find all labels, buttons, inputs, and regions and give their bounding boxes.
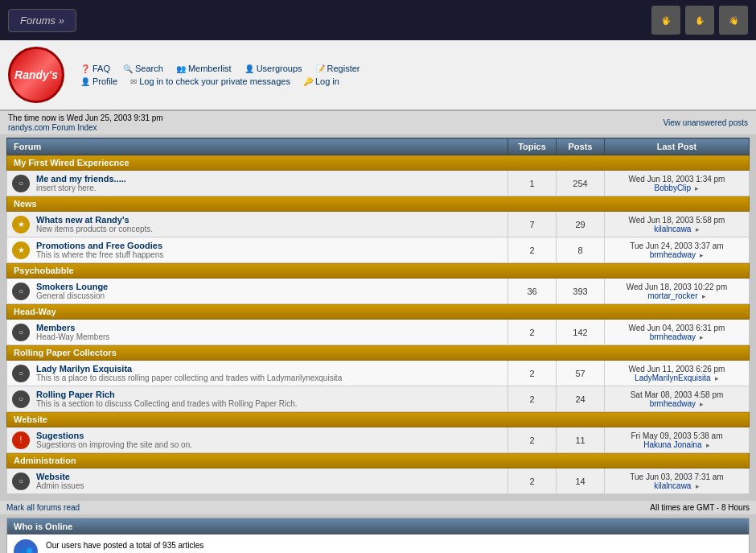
view-post-icon[interactable]: ▸: [693, 482, 700, 490]
category-name: News: [7, 196, 750, 212]
nav-profile[interactable]: 👤 Profile: [80, 76, 117, 86]
forum-title-link[interactable]: Promotions and Free Goodies: [36, 241, 162, 250]
forum-lastpost-cell: Tue Jun 24, 2003 3:37 am brmheadway ▸: [605, 237, 750, 263]
last-post-user-link[interactable]: BobbyClip: [655, 184, 692, 192]
profile-link[interactable]: Profile: [92, 76, 117, 86]
view-post-icon[interactable]: ▸: [693, 184, 700, 192]
forum-topics-cell: 2: [508, 468, 557, 494]
nav-search[interactable]: 🔍 Search: [123, 64, 163, 73]
nav-faq[interactable]: ❓ FAQ: [80, 64, 110, 73]
forum-lastpost-cell: Sat Mar 08, 2003 4:58 pm brmheadway ▸: [605, 386, 750, 412]
register-link[interactable]: Register: [327, 64, 360, 73]
forum-table: Forum Topics Posts Last Post My First Wi…: [6, 138, 750, 494]
pm-icon: ✉: [130, 77, 137, 86]
view-post-icon[interactable]: ▸: [693, 225, 700, 233]
nav-register[interactable]: 📝 Register: [315, 64, 360, 73]
forum-topics-cell: 2: [508, 427, 557, 453]
site-logo: Randy's: [8, 47, 64, 103]
who-online-title: Who is Online: [7, 518, 749, 534]
forum-title-link[interactable]: Lady Marilyn Exquisita: [36, 364, 132, 373]
nav-usergroups[interactable]: 👤 Usergroups: [244, 64, 302, 73]
main-content: Forum Topics Posts Last Post My First Wi…: [0, 134, 756, 501]
last-post-user-link[interactable]: brmheadway: [650, 332, 696, 341]
view-post-icon[interactable]: ▸: [704, 441, 710, 449]
register-icon: 📝: [315, 64, 325, 73]
view-post-icon[interactable]: ▸: [713, 374, 719, 382]
nav-memberlist[interactable]: 👥 Memberlist: [176, 64, 232, 73]
forum-posts-cell: 57: [557, 361, 605, 386]
last-post-user-link[interactable]: brmheadway: [650, 399, 696, 408]
forum-status-icon: !: [12, 431, 30, 449]
forum-title-link[interactable]: Rolling Paper Rich: [36, 390, 115, 399]
forum-topics-cell: 1: [508, 171, 557, 196]
view-post-icon[interactable]: ▸: [700, 292, 706, 300]
mark-read-link[interactable]: Mark all forums read: [6, 503, 80, 512]
table-row: ★ Promotions and Free Goodies This is wh…: [7, 237, 750, 263]
forum-info-cell: ★ Whats new at Randy's New items product…: [7, 212, 508, 237]
usergroups-link[interactable]: Usergroups: [257, 64, 302, 73]
faq-link[interactable]: FAQ: [92, 64, 110, 73]
forum-desc: Admin issues: [36, 481, 84, 490]
who-online-body: 👥 Our users have posted a total of 935 a…: [7, 534, 749, 553]
forum-tbody: My First Wired Experiecnce ○ Me and my f…: [7, 155, 750, 494]
forum-title-link[interactable]: Members: [36, 323, 75, 332]
online-stat-1: Our users have posted a total of 935 art…: [46, 539, 705, 552]
forum-title-link[interactable]: Sugestions: [36, 431, 84, 440]
forum-title-desc: Lady Marilyn Exquisita This is a place t…: [36, 364, 342, 382]
login-link[interactable]: Log in: [315, 76, 339, 86]
last-post-user-link[interactable]: kilalncawa: [654, 225, 691, 233]
category-row: Administration: [7, 453, 750, 468]
nav-login[interactable]: 🔑 Log in: [303, 76, 339, 86]
header-icon-3: 👋: [719, 6, 748, 35]
memberlist-icon: 👥: [176, 64, 186, 73]
pm-link[interactable]: Log in to check your private messages: [139, 76, 290, 86]
forum-info-cell: ○ Members Head-Way Members: [7, 320, 508, 345]
last-post-user-link[interactable]: mortar_rocker: [647, 291, 697, 300]
forum-posts-cell: 393: [557, 279, 605, 304]
forums-logo[interactable]: Forums »: [8, 9, 76, 32]
forum-info-inner: ○ Me and my friends..... insert story he…: [12, 174, 503, 192]
login-icon: 🔑: [303, 77, 313, 86]
forum-desc: New items products or concepts.: [36, 225, 153, 233]
forum-info-inner: ○ Smokers Lounge General discussion: [12, 282, 503, 300]
last-post-user-link[interactable]: LadyMarilynExquisita: [635, 373, 711, 382]
view-post-icon[interactable]: ▸: [698, 333, 705, 341]
view-unanswered-link[interactable]: View unanswered posts: [664, 118, 748, 127]
category-row: Website: [7, 412, 750, 427]
table-row: ! Sugestions Sugestions on improving the…: [7, 427, 750, 453]
forum-info-cell: ○ Smokers Lounge General discussion: [7, 279, 508, 304]
forum-title-link[interactable]: Whats new at Randy's: [36, 215, 129, 225]
view-post-icon[interactable]: ▸: [698, 400, 705, 408]
forum-title-link[interactable]: Smokers Lounge: [36, 282, 108, 291]
category-row: My First Wired Experiecnce: [7, 155, 750, 171]
forum-title: Whats new at Randy's: [36, 215, 153, 225]
last-post-user-link[interactable]: kilalncawa: [654, 481, 691, 490]
forum-status-icon: ○: [12, 175, 30, 192]
forum-title-link[interactable]: Website: [36, 472, 70, 481]
forum-topics-cell: 2: [508, 361, 557, 386]
forum-lastpost-cell: Tue Jun 03, 2003 7:31 am kilalncawa ▸: [605, 468, 750, 494]
forum-posts-cell: 8: [557, 237, 605, 263]
view-post-icon[interactable]: ▸: [698, 251, 705, 259]
forum-posts-cell: 11: [557, 427, 605, 453]
forum-lastpost-cell: Wed Jun 18, 2003 5:58 pm kilalncawa ▸: [605, 212, 750, 237]
forum-title-desc: Members Head-Way Members: [36, 323, 109, 341]
forum-title-link[interactable]: Me and my friends.....: [36, 174, 126, 184]
last-post-user-link[interactable]: brmheadway: [650, 250, 696, 259]
memberlist-link[interactable]: Memberlist: [188, 64, 232, 73]
last-post-user-link[interactable]: Hakuna Jonaina: [643, 440, 701, 449]
forum-index-link[interactable]: randys.com Forum Index: [8, 123, 163, 132]
forum-title: Me and my friends.....: [36, 174, 126, 184]
faq-icon: ❓: [80, 64, 90, 73]
forum-title-desc: Sugestions Sugestions on improving the s…: [36, 431, 192, 449]
header-icons: 🖐 ✋ 👋: [651, 6, 748, 35]
nav-pm[interactable]: ✉ Log in to check your private messages: [130, 76, 290, 86]
forum-posts-cell: 254: [557, 171, 605, 196]
forum-status-icon: ○: [12, 283, 30, 300]
search-link[interactable]: Search: [135, 64, 163, 73]
forum-topics-cell: 2: [508, 320, 557, 345]
category-name: Head-Way: [7, 304, 750, 320]
profile-icon: 👤: [80, 77, 90, 86]
forum-info-inner: ○ Members Head-Way Members: [12, 323, 503, 341]
forum-title: Promotions and Free Goodies: [36, 241, 163, 250]
